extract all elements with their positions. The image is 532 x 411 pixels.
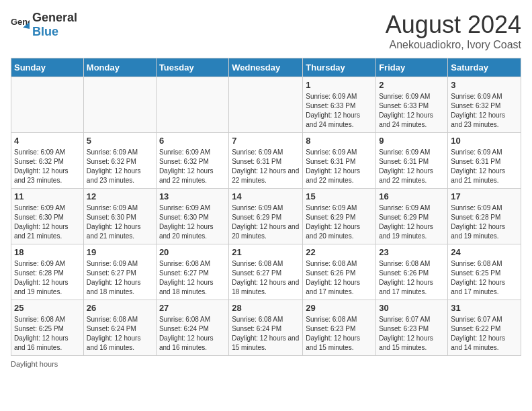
calendar-cell: 2Sunrise: 6:09 AM Sunset: 6:33 PM Daylig… (376, 77, 448, 133)
day-number: 4 (14, 136, 81, 146)
calendar-cell (11, 77, 84, 133)
day-info: Sunrise: 6:08 AM Sunset: 6:26 PM Dayligh… (379, 259, 445, 297)
day-info: Sunrise: 6:07 AM Sunset: 6:22 PM Dayligh… (451, 315, 518, 353)
calendar-cell: 7Sunrise: 6:09 AM Sunset: 6:31 PM Daylig… (229, 133, 303, 189)
day-info: Sunrise: 6:09 AM Sunset: 6:31 PM Dayligh… (306, 148, 373, 185)
day-info: Sunrise: 6:09 AM Sunset: 6:31 PM Dayligh… (379, 148, 445, 185)
weekday-header: Wednesday (229, 58, 303, 77)
day-number: 17 (451, 191, 518, 201)
day-info: Sunrise: 6:09 AM Sunset: 6:33 PM Dayligh… (306, 92, 373, 130)
calendar-cell: 3Sunrise: 6:09 AM Sunset: 6:32 PM Daylig… (448, 77, 521, 133)
day-info: Sunrise: 6:09 AM Sunset: 6:29 PM Dayligh… (232, 203, 300, 241)
calendar-week-row: 11Sunrise: 6:09 AM Sunset: 6:30 PM Dayli… (11, 189, 521, 244)
weekday-header: Sunday (11, 58, 84, 77)
day-info: Sunrise: 6:09 AM Sunset: 6:28 PM Dayligh… (451, 203, 518, 241)
day-info: Sunrise: 6:09 AM Sunset: 6:28 PM Dayligh… (14, 259, 81, 297)
calendar-week-row: 1Sunrise: 6:09 AM Sunset: 6:33 PM Daylig… (11, 77, 521, 133)
day-number: 19 (87, 247, 153, 257)
logo-blue-text: Blue (32, 25, 58, 38)
day-number: 13 (159, 191, 226, 201)
calendar-cell: 4Sunrise: 6:09 AM Sunset: 6:32 PM Daylig… (11, 133, 84, 189)
day-number: 31 (451, 303, 518, 313)
weekday-header-row: SundayMondayTuesdayWednesdayThursdayFrid… (11, 58, 521, 77)
day-info: Sunrise: 6:08 AM Sunset: 6:26 PM Dayligh… (306, 259, 373, 297)
day-info: Sunrise: 6:09 AM Sunset: 6:30 PM Dayligh… (159, 203, 226, 241)
day-number: 10 (451, 136, 518, 146)
day-number: 12 (87, 191, 153, 201)
header: General General Blue August 2024 Anekoua… (11, 11, 521, 51)
day-number: 15 (306, 191, 373, 201)
day-info: Sunrise: 6:09 AM Sunset: 6:29 PM Dayligh… (379, 203, 445, 241)
calendar-cell: 28Sunrise: 6:08 AM Sunset: 6:24 PM Dayli… (229, 300, 303, 356)
day-info: Sunrise: 6:09 AM Sunset: 6:31 PM Dayligh… (232, 148, 300, 185)
main-title: August 2024 (386, 11, 521, 39)
title-area: August 2024 Anekouadiokro, Ivory Coast (386, 11, 521, 51)
logo-icon: General (11, 15, 30, 34)
subtitle: Anekouadiokro, Ivory Coast (386, 39, 521, 51)
day-info: Sunrise: 6:09 AM Sunset: 6:32 PM Dayligh… (451, 92, 518, 130)
calendar-cell: 29Sunrise: 6:08 AM Sunset: 6:23 PM Dayli… (303, 300, 376, 356)
day-info: Sunrise: 6:09 AM Sunset: 6:31 PM Dayligh… (451, 148, 518, 185)
weekday-header: Monday (83, 58, 156, 77)
calendar-cell: 6Sunrise: 6:09 AM Sunset: 6:32 PM Daylig… (156, 133, 228, 189)
day-info: Sunrise: 6:09 AM Sunset: 6:33 PM Dayligh… (379, 92, 445, 130)
calendar-cell: 17Sunrise: 6:09 AM Sunset: 6:28 PM Dayli… (448, 189, 521, 244)
day-number: 1 (306, 80, 373, 90)
calendar-cell: 26Sunrise: 6:08 AM Sunset: 6:24 PM Dayli… (83, 300, 156, 356)
day-info: Sunrise: 6:08 AM Sunset: 6:25 PM Dayligh… (14, 315, 81, 353)
calendar-cell: 25Sunrise: 6:08 AM Sunset: 6:25 PM Dayli… (11, 300, 84, 356)
calendar-cell: 30Sunrise: 6:07 AM Sunset: 6:23 PM Dayli… (376, 300, 448, 356)
calendar-cell (229, 77, 303, 133)
day-info: Sunrise: 6:08 AM Sunset: 6:24 PM Dayligh… (87, 315, 153, 353)
day-info: Sunrise: 6:08 AM Sunset: 6:27 PM Dayligh… (159, 259, 226, 297)
weekday-header: Saturday (448, 58, 521, 77)
calendar-cell (156, 77, 228, 133)
day-number: 28 (232, 303, 300, 313)
day-info: Sunrise: 6:08 AM Sunset: 6:24 PM Dayligh… (232, 315, 300, 353)
day-info: Sunrise: 6:09 AM Sunset: 6:29 PM Dayligh… (306, 203, 373, 241)
calendar-cell: 14Sunrise: 6:09 AM Sunset: 6:29 PM Dayli… (229, 189, 303, 244)
day-info: Sunrise: 6:09 AM Sunset: 6:30 PM Dayligh… (14, 203, 81, 241)
day-number: 27 (159, 303, 226, 313)
calendar-cell: 22Sunrise: 6:08 AM Sunset: 6:26 PM Dayli… (303, 244, 376, 300)
weekday-header: Tuesday (156, 58, 228, 77)
day-info: Sunrise: 6:08 AM Sunset: 6:27 PM Dayligh… (232, 259, 300, 297)
calendar-cell (83, 77, 156, 133)
day-info: Sunrise: 6:08 AM Sunset: 6:25 PM Dayligh… (451, 259, 518, 297)
calendar-week-row: 4Sunrise: 6:09 AM Sunset: 6:32 PM Daylig… (11, 133, 521, 189)
calendar-week-row: 18Sunrise: 6:09 AM Sunset: 6:28 PM Dayli… (11, 244, 521, 300)
calendar-week-row: 25Sunrise: 6:08 AM Sunset: 6:25 PM Dayli… (11, 300, 521, 356)
calendar-cell: 21Sunrise: 6:08 AM Sunset: 6:27 PM Dayli… (229, 244, 303, 300)
day-number: 25 (14, 303, 81, 313)
day-number: 14 (232, 191, 300, 201)
day-info: Sunrise: 6:09 AM Sunset: 6:27 PM Dayligh… (87, 259, 153, 297)
calendar-cell: 19Sunrise: 6:09 AM Sunset: 6:27 PM Dayli… (83, 244, 156, 300)
calendar-cell: 18Sunrise: 6:09 AM Sunset: 6:28 PM Dayli… (11, 244, 84, 300)
day-info: Sunrise: 6:07 AM Sunset: 6:23 PM Dayligh… (379, 315, 445, 353)
calendar-cell: 15Sunrise: 6:09 AM Sunset: 6:29 PM Dayli… (303, 189, 376, 244)
day-number: 24 (451, 247, 518, 257)
day-number: 5 (87, 136, 153, 146)
calendar-cell: 12Sunrise: 6:09 AM Sunset: 6:30 PM Dayli… (83, 189, 156, 244)
footer: Daylight hours (11, 360, 521, 368)
day-number: 26 (87, 303, 153, 313)
calendar-cell: 27Sunrise: 6:08 AM Sunset: 6:24 PM Dayli… (156, 300, 228, 356)
day-info: Sunrise: 6:09 AM Sunset: 6:32 PM Dayligh… (14, 148, 81, 185)
calendar-cell: 16Sunrise: 6:09 AM Sunset: 6:29 PM Dayli… (376, 189, 448, 244)
day-number: 7 (232, 136, 300, 146)
day-info: Sunrise: 6:09 AM Sunset: 6:30 PM Dayligh… (87, 203, 153, 241)
logo: General General Blue (11, 11, 77, 39)
calendar-cell: 11Sunrise: 6:09 AM Sunset: 6:30 PM Dayli… (11, 189, 84, 244)
weekday-header: Friday (376, 58, 448, 77)
calendar-cell: 20Sunrise: 6:08 AM Sunset: 6:27 PM Dayli… (156, 244, 228, 300)
daylight-label: Daylight hours (11, 360, 58, 368)
day-number: 29 (306, 303, 373, 313)
day-number: 18 (14, 247, 81, 257)
calendar-cell: 1Sunrise: 6:09 AM Sunset: 6:33 PM Daylig… (303, 77, 376, 133)
calendar-cell: 5Sunrise: 6:09 AM Sunset: 6:32 PM Daylig… (83, 133, 156, 189)
calendar-cell: 24Sunrise: 6:08 AM Sunset: 6:25 PM Dayli… (448, 244, 521, 300)
calendar-cell: 10Sunrise: 6:09 AM Sunset: 6:31 PM Dayli… (448, 133, 521, 189)
day-number: 16 (379, 191, 445, 201)
day-number: 21 (232, 247, 300, 257)
calendar-cell: 9Sunrise: 6:09 AM Sunset: 6:31 PM Daylig… (376, 133, 448, 189)
